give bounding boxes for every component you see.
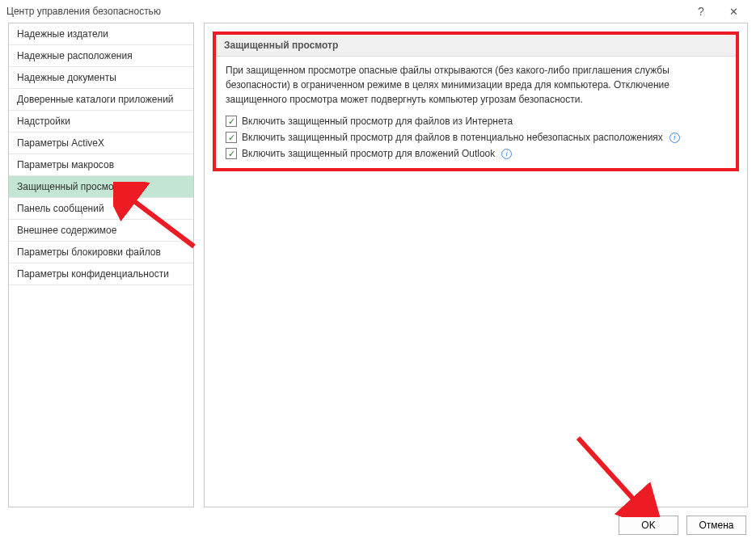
sidebar-item[interactable]: Защищенный просмотр <box>9 176 193 198</box>
cancel-button[interactable]: Отмена <box>686 516 746 535</box>
info-icon[interactable]: i <box>669 133 680 143</box>
section-header: Защищенный просмотр <box>216 35 736 57</box>
help-button[interactable]: ? <box>685 1 717 22</box>
window-title: Центр управления безопасностью <box>6 6 685 17</box>
sidebar-item[interactable]: Параметры конфиденциальности <box>9 263 193 285</box>
ok-button[interactable]: OK <box>619 516 678 535</box>
sidebar-item[interactable]: Параметры блокировки файлов <box>9 242 193 263</box>
sidebar-item[interactable]: Внешнее содержимое <box>9 220 193 242</box>
sidebar-item[interactable]: Параметры ActiveX <box>9 133 193 154</box>
info-icon[interactable]: i <box>501 149 512 159</box>
checkbox-label: Включить защищенный просмотр для вложени… <box>242 148 495 159</box>
sidebar-item[interactable]: Надежные издатели <box>9 23 193 45</box>
sidebar-item[interactable]: Надстройки <box>9 111 193 133</box>
content-area: Надежные издателиНадежные расположенияНа… <box>0 23 756 507</box>
section-body: При защищенном просмотре опасные файлы о… <box>216 57 736 168</box>
checkbox[interactable]: ✓ <box>226 132 237 143</box>
sidebar-item[interactable]: Панель сообщений <box>9 198 193 220</box>
checkbox[interactable]: ✓ <box>226 116 237 127</box>
titlebar: Центр управления безопасностью ? ✕ <box>0 0 756 23</box>
dialog-footer: OK Отмена <box>619 516 746 535</box>
checkbox-row: ✓Включить защищенный просмотр для файлов… <box>226 129 726 145</box>
sidebar-item[interactable]: Доверенные каталоги приложений <box>9 89 193 111</box>
main-panel: Защищенный просмотр При защищенном просм… <box>204 23 748 507</box>
protected-view-section: Защищенный просмотр При защищенном просм… <box>213 32 739 171</box>
sidebar-item[interactable]: Надежные расположения <box>9 45 193 67</box>
checkbox-label: Включить защищенный просмотр для файлов … <box>242 132 663 143</box>
checkbox[interactable]: ✓ <box>226 148 237 159</box>
checkbox-row: ✓Включить защищенный просмотр для файлов… <box>226 113 726 129</box>
section-description: При защищенном просмотре опасные файлы о… <box>226 63 726 107</box>
close-button[interactable]: ✕ <box>717 1 750 22</box>
checkbox-label: Включить защищенный просмотр для файлов … <box>242 116 513 127</box>
sidebar: Надежные издателиНадежные расположенияНа… <box>8 23 194 507</box>
sidebar-item[interactable]: Надежные документы <box>9 67 193 89</box>
checkbox-row: ✓Включить защищенный просмотр для вложен… <box>226 145 726 162</box>
sidebar-item[interactable]: Параметры макросов <box>9 154 193 176</box>
